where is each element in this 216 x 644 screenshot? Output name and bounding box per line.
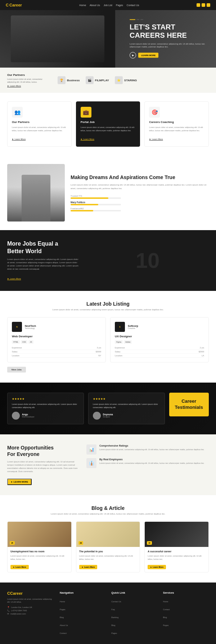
detail-exp-val-2: 2 yrs <box>200 347 204 349</box>
footer-nav-blog: Blog <box>60 613 105 620</box>
dark-jobs-title: More Jobs Equal a Better World <box>7 240 79 255</box>
service-portal-icon: 💼 <box>81 107 91 118</box>
stat-trusted-bar-wrap <box>71 197 121 199</box>
opp-learn-more[interactable]: ► Learn More <box>7 479 32 485</box>
hero-image <box>0 10 115 68</box>
company-name-1: NextTech <box>25 325 36 327</box>
job-tag-figma: Figma <box>115 340 123 344</box>
footer-svc-pages: Pages <box>163 621 209 627</box>
partner-business: 🏆 Business <box>58 76 80 84</box>
footer-svc-contact: Contact <box>163 605 209 612</box>
nav-home[interactable]: Home <box>79 4 86 6</box>
detail-salary-label: Salary <box>12 351 18 353</box>
service-portal-link[interactable]: ► Learn More <box>81 138 94 140</box>
detail-loc-label: Location <box>12 355 19 357</box>
footer-nav-home-link[interactable]: Home <box>60 600 65 603</box>
footer-quick-pages-link[interactable]: Pages <box>111 632 117 634</box>
nav-about[interactable]: About Us <box>90 4 100 6</box>
footer-logo: CCareer <box>7 591 54 595</box>
navbar-social <box>197 3 210 7</box>
footer-logo-text: Career <box>10 591 23 595</box>
opp-employees-title: By Real Employees <box>99 458 204 461</box>
service-card-partners: 👥 Our Partners Lorem ipsum dolor sit ame… <box>7 101 72 147</box>
blog-learn-more-3[interactable]: ► Learn More <box>148 565 166 569</box>
footer-quick-list: Contact Us Faq Banking Blog Pages <box>111 597 157 635</box>
job-title-2: UX Designer <box>115 335 204 338</box>
service-coaching-title: Careers Coaching <box>149 120 204 124</box>
opp-title: More Opportunities For Everyone <box>7 444 79 457</box>
footer-quick-banking-link[interactable]: Banking <box>111 616 118 618</box>
service-portal-title: Portal Job <box>81 120 136 124</box>
testimonials-label: Career Testimonials <box>169 393 209 416</box>
footer-quick-blog-link[interactable]: Blog <box>111 624 115 626</box>
twitter-icon[interactable] <box>202 3 205 7</box>
company-sub-2: Creative <box>128 327 138 329</box>
footer-email: ✉ mail@career.com <box>7 613 54 615</box>
job-detail-loc-1: Location NY <box>12 354 101 358</box>
opp-ratings-content: Comprehensive Ratings Lorem ipsum dolor … <box>99 444 204 451</box>
blog-learn-more-1[interactable]: ► Learn More <box>10 565 29 569</box>
more-jobs-button[interactable]: More Jobs <box>7 367 26 373</box>
blog-badge-1: 25 <box>10 541 15 545</box>
job-listing-desc: Lorem ipsum dolor sit amet, consectetur … <box>7 308 209 311</box>
blog-post-desc-1: Lorem ipsum dolor sit amet, consectetur … <box>10 554 68 561</box>
blog-card-3: 30 A successful career Lorem ipsum dolor… <box>144 521 209 572</box>
footer-nav-about-link[interactable]: About Us <box>60 624 68 626</box>
nav-pages[interactable]: Pages <box>116 4 123 6</box>
dark-jobs-link[interactable]: ► Learn More <box>7 278 21 280</box>
learn-more-button[interactable]: Learn More <box>138 52 158 58</box>
hero-dots <box>130 19 209 20</box>
job-detail-exp-2: Experience 2 yrs <box>115 346 204 350</box>
footer-nav-pages-link[interactable]: Pages <box>60 608 66 611</box>
job-card-2: S Softcorp Creative UX Designer Figma Ad… <box>110 317 209 362</box>
service-coaching-link[interactable]: ► Learn More <box>149 138 163 140</box>
job-listing-header: Latest Job Listing Lorem ipsum dolor sit… <box>7 301 209 311</box>
job-title-1: Web Developer <box>12 335 101 338</box>
footer-quick-faq-link[interactable]: Faq <box>111 608 114 611</box>
company-name-2: Softcorp <box>128 325 138 327</box>
blog-learn-more-2[interactable]: ► Learn More <box>79 565 98 569</box>
blog-grid: 25 Unemployment has no room Lorem ipsum … <box>7 521 209 572</box>
job-detail-exp-1: Experience 3 yrs <box>12 346 101 350</box>
phone-icon: 📞 <box>7 609 10 612</box>
footer-svc-home-link[interactable]: Home <box>163 600 168 603</box>
footer-nav-home: Home <box>60 597 105 604</box>
dot-inactive-2 <box>140 19 143 20</box>
footer-quick-contact-link[interactable]: Contact Us <box>111 600 121 603</box>
opp-item-ratings: 📊 Comprehensive Ratings Lorem ipsum dolo… <box>86 444 209 455</box>
dot-active <box>130 19 135 20</box>
stat-trusted-label: Trusted 773 <box>71 195 209 197</box>
blog-body-3: A successful career Lorem ipsum dolor si… <box>145 547 208 572</box>
detail-loc-label-2: Location <box>115 355 122 357</box>
footer-nav-blog-link[interactable]: Blog <box>60 616 64 618</box>
job-tag-adobe: Adobe <box>124 340 132 344</box>
job-company-info-2: Softcorp Creative <box>128 325 138 329</box>
testimonials-section: ★★★★★ Lorem ipsum dolor sit amet, consec… <box>0 383 216 434</box>
testimonial-author-2: Doyouna Designer <box>93 412 160 420</box>
footer-svc-pages-link[interactable]: Pages <box>163 624 169 626</box>
nav-joblist[interactable]: Job List <box>104 4 112 6</box>
opp-employees-content: By Real Employees Lorem ipsum dolor sit … <box>99 458 204 465</box>
opp-employees-desc: Lorem ipsum dolor sit amet, consectetur … <box>99 462 204 465</box>
nav-contact[interactable]: Contact Us <box>127 4 139 6</box>
linkedin-icon[interactable] <box>207 3 210 7</box>
job-card-1-top: N NextTech Technology <box>12 322 101 332</box>
play-button[interactable]: ▶ <box>130 52 136 58</box>
blog-img-bg-3 <box>145 522 208 547</box>
footer-svc-contact-link[interactable]: Contact <box>163 608 170 611</box>
service-partners-link[interactable]: ► Learn More <box>12 138 26 140</box>
partners-strip: Our Partners Lorem ipsum dolor sit amet,… <box>0 68 216 93</box>
company-initial-2: S <box>119 326 120 328</box>
footer-nav-contact-link[interactable]: Contact <box>60 632 67 634</box>
service-card-portal: 💼 Portal Job Lorem ipsum dolor sit amet,… <box>76 101 140 147</box>
blog-card-1: 25 Unemployment has no room Lorem ipsum … <box>7 521 72 572</box>
footer-quick-pages: Pages <box>111 629 157 635</box>
job-tag-html: HTML <box>12 340 20 344</box>
partners-learn-more[interactable]: ► Learn More <box>7 85 50 87</box>
job-details-2: Experience 2 yrs Salary $2500 Location L… <box>115 346 204 358</box>
facebook-icon[interactable] <box>197 3 200 7</box>
detail-exp-val: 3 yrs <box>97 347 101 349</box>
footer-email-text: mail@career.com <box>10 613 26 615</box>
blog-body-2: The potential in you Lorem ipsum dolor s… <box>76 547 140 572</box>
footer-svc-blog-link[interactable]: Blog <box>163 616 167 618</box>
